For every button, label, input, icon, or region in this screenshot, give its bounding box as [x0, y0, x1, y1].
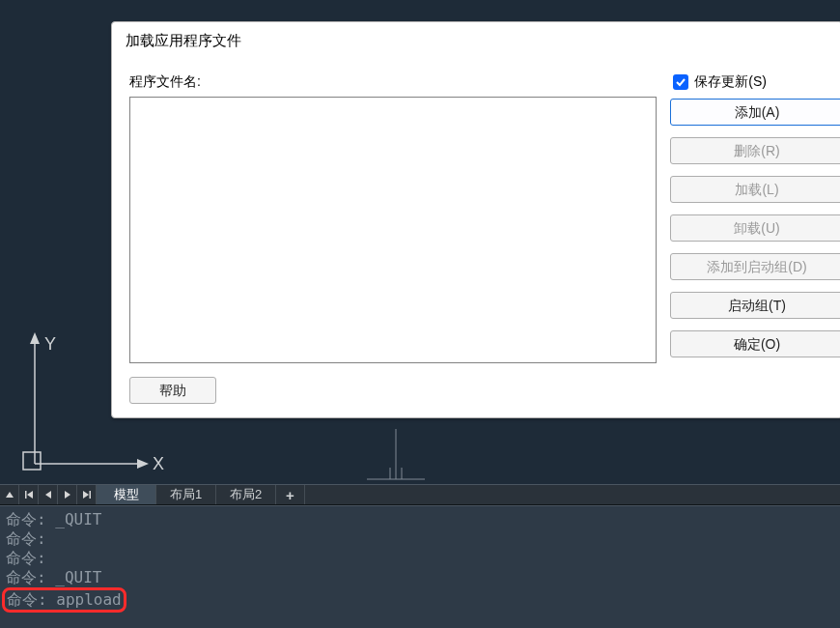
cursor-marker-icon	[367, 429, 425, 487]
svg-marker-13	[65, 491, 70, 499]
unload-button[interactable]: 卸载(U)	[670, 214, 840, 242]
cmd-current-highlight: 命令: appload	[2, 587, 126, 613]
tab-last-button[interactable]	[77, 485, 97, 504]
cmd-current: 命令: appload	[7, 590, 122, 609]
cmd-line: 命令: _QUIT	[6, 568, 834, 587]
tab-scroll-up-button[interactable]	[0, 485, 19, 504]
cmd-line: 命令: _QUIT	[6, 510, 834, 529]
cmd-line: 命令:	[6, 529, 834, 549]
save-update-label: 保存更新(S)	[694, 73, 767, 91]
startup-group-button[interactable]: 启动组(T)	[670, 292, 840, 319]
tab-layout1[interactable]: 布局1	[156, 485, 216, 504]
save-update-checkbox[interactable]: 保存更新(S)	[673, 73, 767, 91]
svg-marker-12	[45, 491, 51, 499]
load-button[interactable]: 加载(L)	[670, 176, 840, 203]
command-history[interactable]: 命令: _QUIT 命令: 命令: 命令: _QUIT 命令: appload	[0, 505, 840, 628]
axis-y-label: Y	[44, 334, 56, 354]
add-button[interactable]: 添加(A)	[670, 99, 840, 126]
svg-rect-4	[23, 452, 41, 470]
delete-button[interactable]: 删除(R)	[670, 137, 840, 164]
add-to-startup-button[interactable]: 添加到启动组(D)	[670, 253, 840, 280]
svg-marker-3	[137, 459, 149, 469]
appload-dialog: 加载应用程序文件 程序文件名: 保存更新(S) 添加(A) 删除(R) 加载(L…	[111, 21, 840, 418]
dialog-title: 加载应用程序文件	[112, 22, 840, 58]
ok-button[interactable]: 确定(O)	[670, 330, 840, 357]
svg-marker-9	[6, 492, 14, 498]
svg-rect-10	[25, 491, 27, 499]
layout-tab-bar: 模型 布局1 布局2 +	[0, 484, 840, 505]
svg-rect-15	[89, 491, 91, 499]
cmd-line: 命令:	[6, 549, 834, 568]
tab-add-button[interactable]: +	[276, 485, 305, 504]
tab-next-button[interactable]	[58, 485, 77, 504]
svg-marker-1	[30, 332, 40, 344]
help-button[interactable]: 帮助	[129, 377, 216, 404]
svg-marker-11	[27, 491, 33, 499]
tab-layout2[interactable]: 布局2	[216, 485, 276, 504]
svg-marker-14	[83, 491, 89, 499]
checkbox-checked-icon	[673, 74, 688, 90]
file-list[interactable]	[129, 97, 657, 363]
axis-x-label: X	[153, 454, 164, 473]
tab-first-button[interactable]	[19, 485, 39, 504]
tab-prev-button[interactable]	[39, 485, 58, 504]
tab-model[interactable]: 模型	[97, 485, 156, 504]
filename-label: 程序文件名:	[129, 73, 201, 91]
